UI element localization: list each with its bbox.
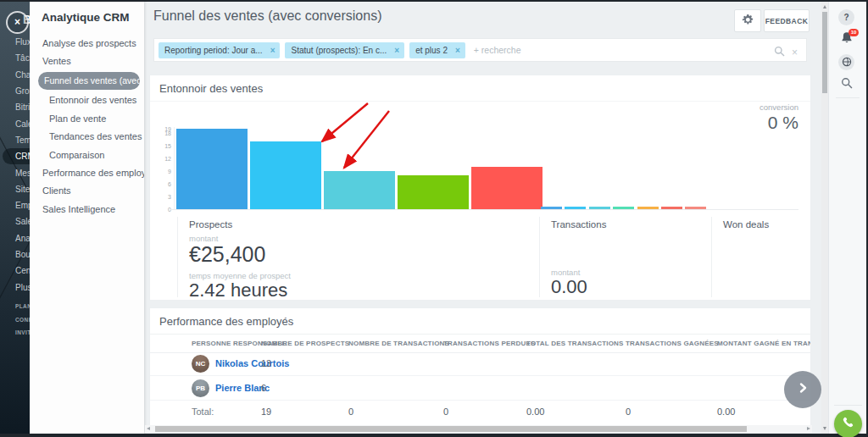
bitrix24-crm-window: Bitrix24 × FluxTâchesChatGroupesBitrix24… [0,0,868,437]
metric-label-temps-moyenne-de-prospect: temps moyenne de prospect [189,271,539,280]
table-header-row: PERSONNE RESPONSABLENOMBRE DE PROSPECTSN… [150,334,810,353]
menu-item-clients[interactable]: Clients [30,182,144,200]
menu-item-comparaison[interactable]: Comparaison [30,146,144,163]
divider [834,405,862,406]
y-axis-tick-15: 15 [160,143,171,149]
table-total-row: Total:19000.0000.00 [150,401,810,423]
phone-icon [842,416,854,432]
total-cell: 0.00 [717,407,810,417]
funnel-mini-bar-7[interactable] [685,207,706,209]
chip-remove-icon[interactable]: × [394,46,399,55]
telephony-button[interactable] [834,410,862,437]
annotation-arrow-1 [322,103,368,141]
funnel-stats-row: Prospectsmontant€25,400temps moyenne de … [177,217,802,297]
collapse-menu-button[interactable]: × [6,11,29,34]
y-axis-tick-18: 18 [160,130,171,136]
filter-search-bar[interactable]: Reporting period: Jour a...×Statut (pros… [153,38,807,62]
column-header-transactions-gagn-es: TRANSACTIONS GAGNÉES [626,340,717,347]
funnel-bar-5[interactable] [471,167,542,209]
column-header-nombre-de-transactions: NOMBRE DE TRANSACTIONS [348,340,443,347]
menu-item-ventes[interactable]: Ventes [30,52,144,69]
scroll-right-arrow-icon[interactable] [807,427,810,430]
column-header-transactions-perdues: TRANSACTIONS PERDUES [443,340,526,347]
menu-item-plan-de-vente[interactable]: Plan de vente [30,109,144,127]
scroll-up-arrow-icon[interactable] [823,5,826,8]
filter-chip-et-plus-2[interactable]: et plus 2× [409,42,465,58]
funnel-bar-4[interactable] [398,175,469,209]
filter-chip-statut-prospects-en-c[interactable]: Statut (prospects): En c...× [285,42,404,58]
column-header-nombre-de-prospects: NOMBRE DE PROSPECTS [261,340,348,347]
stat-title: Prospects [189,219,539,230]
avatar[interactable]: PB [192,379,209,397]
x-axis-line [170,209,798,210]
funnel-mini-bar-3[interactable] [589,207,610,209]
vertical-scrollbar-thumb[interactable] [822,12,827,93]
funnel-bar-chart: 191815129630 [160,96,800,210]
search-icon[interactable] [774,45,785,60]
gear-icon [742,14,754,29]
vertical-scrollbar[interactable] [821,2,828,434]
table-cell: 13 [261,358,348,368]
chip-remove-icon[interactable]: × [270,46,275,55]
y-axis-tick-12: 12 [160,156,171,162]
menu-item-entonnoir-des-ventes[interactable]: Entonnoir des ventes [30,91,144,109]
metric-value-montant: €25,400 [189,243,539,267]
funnel-bar-2[interactable] [250,141,321,209]
total-cell: 0 [443,407,526,417]
funnel-bar-3[interactable] [324,171,395,209]
table-cell: 6 [261,383,348,393]
total-label: Total: [192,407,261,417]
chevron-right-icon [797,382,809,397]
table-row-pierre-blanc: PBPierre Blanc6 [150,376,810,401]
funnel-mini-bar-4[interactable] [613,207,634,209]
spacer [551,230,711,263]
employee-panel-title: Performance des employés [159,315,293,328]
funnel-mini-bar-6[interactable] [661,207,682,209]
responsible-person-cell: PBPierre Blanc [192,379,261,397]
settings-button[interactable] [734,9,761,32]
responsible-person-cell: NCNikolas Courtois [192,355,261,373]
sales-funnel-panel: Entonnoir des ventes 191815129630 conver… [149,75,811,301]
search-input-placeholder[interactable]: + recherche [474,45,521,55]
question-mark-icon: ? [843,13,849,22]
stat-title: Transactions [551,219,711,230]
funnel-panel-title: Entonnoir des ventes [159,82,263,95]
total-cell: 19 [261,407,348,417]
annotation-arrow-2 [344,111,389,168]
y-axis-tick-3: 3 [160,194,171,200]
table-row-nikolas-courtois: NCNikolas Courtois13 [150,351,810,376]
funnel-stat-prospects: Prospectsmontant€25,400temps moyenne de … [177,217,539,297]
y-axis-tick-6: 6 [160,181,171,187]
horizontal-scrollbar-thumb[interactable] [155,426,747,432]
horizontal-scrollbar[interactable] [145,425,812,433]
avatar[interactable]: NC [192,355,209,373]
next-page-button[interactable] [784,371,821,408]
funnel-mini-bar-5[interactable] [637,207,659,209]
menu-item-tendances-des-ventes[interactable]: Tendances des ventes [30,128,144,146]
chip-remove-icon[interactable]: × [455,46,460,55]
total-cell: 0.00 [526,407,626,417]
funnel-mini-bar-1[interactable] [541,207,562,209]
menu-item-sales-intelligence[interactable]: Sales Intelligence [30,200,144,218]
conversion-label: conversion [760,102,798,112]
help-button[interactable]: ? [838,9,854,25]
menu-item-performance-des-employ-s[interactable]: Performance des employés [30,163,144,181]
scroll-down-arrow-icon[interactable] [823,427,826,430]
y-axis-line [174,127,175,210]
menu-item-analyse-des-prospects[interactable]: Analyse des prospects [30,34,144,52]
conversion-value: 0 % [760,113,798,133]
funnel-mini-bar-2[interactable] [565,207,586,209]
filter-chip-reporting-period-jour-a[interactable]: Reporting period: Jour a...× [159,42,280,58]
crm-analytics-menu-panel: Analytique CRM Analyse des prospectsVent… [30,2,144,434]
metric-value-temps-moyenne-de-prospect: 2.42 heures [189,280,539,301]
funnel-bar-1[interactable] [176,129,248,209]
total-cell: 0 [626,407,717,417]
global-search-button[interactable] [840,78,853,91]
menu-item-funnel-des-ventes-avec[interactable]: Funnel des ventes (avec ... [38,72,140,90]
bitrix24-network-button[interactable] [838,54,854,70]
search-icon [841,77,853,92]
feedback-button[interactable]: FEEDBACK [764,9,810,32]
scroll-left-arrow-icon[interactable] [147,427,150,430]
clear-filter-icon[interactable]: × [792,47,798,58]
column-header-montant-gagn-en-transactions: MONTANT GAGNÉ EN TRANSACTIONS [717,340,811,347]
